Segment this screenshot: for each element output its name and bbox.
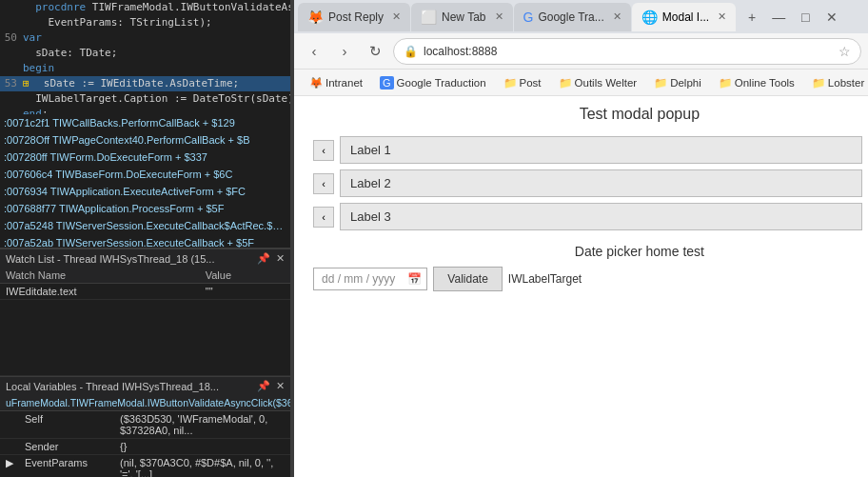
- nav-bar: ‹ › ↻ 🔒 ☆ 🧩 🛡 🔄 ≡: [294, 33, 868, 70]
- tab-bar: 🦊 Post Reply ✕ ⬜ New Tab ✕ G Google Tra.…: [294, 0, 868, 33]
- new-tab-button[interactable]: +: [740, 6, 763, 29]
- watch-panel-header: Watch List - Thread IWHSysThread_18 (15.…: [0, 248, 290, 268]
- restore-button[interactable]: □: [794, 6, 817, 29]
- local-row: Sender {}: [0, 439, 290, 455]
- scroll-left-2[interactable]: ‹: [313, 173, 334, 194]
- scroll-left-1[interactable]: ‹: [313, 140, 334, 161]
- call-stack-item[interactable]: :0071c2f1 TIWCallBacks.PerformCallBack +…: [0, 114, 290, 131]
- tab-actions: + — □ ✕: [740, 6, 843, 29]
- bookmark-delphi[interactable]: 📁 Delphi: [646, 74, 709, 91]
- bookmark-post[interactable]: 📁 Post: [496, 74, 549, 91]
- tab-label: New Tab: [442, 10, 485, 24]
- label-1: Label 1: [340, 136, 862, 164]
- watch-item-value: "": [200, 284, 290, 300]
- locals-panel-title: Local Variables - Thread IWHSysThread_18…: [6, 381, 219, 392]
- code-line-highlighted: 53 ⊞ sDate := IWEditDate.AsDateTime;: [0, 76, 290, 91]
- new-tab-icon: ⬜: [421, 10, 437, 25]
- watch-empty-row: [0, 300, 290, 376]
- watch-panel-title: Watch List - Thread IWHSysThread_18 (15.…: [6, 253, 214, 265]
- bookmark-label: Outils Welter: [575, 77, 638, 89]
- date-picker-placeholder: dd / mm / yyyy: [314, 268, 403, 289]
- locals-pin-icon[interactable]: 📌: [257, 380, 270, 392]
- refresh-button[interactable]: ↻: [363, 39, 387, 64]
- lock-icon: 🔒: [404, 45, 418, 58]
- bookmark-label: Delphi: [670, 77, 701, 89]
- call-stack-item[interactable]: :007280ff TIWForm.DoExecuteForm + $337: [0, 149, 290, 166]
- bookmark-icon: 📁: [812, 76, 825, 89]
- call-stack-item[interactable]: :0076934 TIWApplication.ExecuteActiveFor…: [0, 183, 290, 200]
- bookmark-label: Post: [520, 77, 542, 89]
- code-line: end;: [0, 107, 290, 114]
- locals-close-icon[interactable]: ✕: [276, 380, 285, 392]
- bookmark-online-tools[interactable]: 📁 Online Tools: [711, 74, 802, 91]
- tab-new-tab[interactable]: ⬜ New Tab ✕: [411, 3, 512, 31]
- code-editor: procdnre TIWFrameModal.IWButtonValidateA…: [0, 0, 290, 114]
- bookmarks-bar: 🦊 Intranet G Google Traduction 📁 Post 📁 …: [294, 70, 868, 96]
- date-picker-title: Date picker home test: [313, 244, 868, 259]
- tab-close-icon[interactable]: ✕: [495, 10, 503, 23]
- label-2: Label 2: [340, 169, 862, 197]
- date-picker-row: dd / mm / yyyy 📅 Validate IWLabelTarget: [313, 267, 868, 291]
- bookmark-intranet[interactable]: 🦊 Intranet: [302, 74, 370, 91]
- code-line: sDate: TDate;: [0, 46, 290, 61]
- locals-table: Self ($363D530, 'IWFrameModal', 0, $3732…: [0, 411, 290, 477]
- tab-label: Modal I...: [662, 10, 709, 24]
- tab-label: Google Tra...: [538, 10, 603, 24]
- code-line: EventParams: TStringList);: [0, 15, 290, 30]
- tab-post-reply[interactable]: 🦊 Post Reply ✕: [298, 3, 410, 31]
- browser-container: 🦊 Post Reply ✕ ⬜ New Tab ✕ G Google Tra.…: [294, 0, 868, 477]
- bookmark-label: Online Tools: [735, 77, 795, 89]
- call-stack-item[interactable]: :00728Off TIWPageContext40.PerformCallBa…: [0, 131, 290, 149]
- watch-row: IWEditdate.text "": [0, 284, 290, 300]
- left-panel: procdnre TIWFrameModal.IWButtonValidateA…: [0, 0, 290, 477]
- call-stack-item[interactable]: :007a52ab TIWServerSession.ExecuteCallba…: [0, 234, 290, 248]
- url-input[interactable]: [424, 45, 833, 58]
- bookmark-lobster[interactable]: 📁 Lobster: [804, 74, 868, 91]
- page-title: Test modal popup: [313, 106, 868, 123]
- locals-panel: Local Variables - Thread IWHSysThread_18…: [0, 376, 290, 477]
- watch-table: Watch Name Value IWEditdate.text "": [0, 268, 290, 376]
- bookmark-label: Google Traduction: [397, 77, 486, 89]
- close-window-button[interactable]: ✕: [820, 6, 843, 29]
- local-row: ▶ EventParams (nil, $370A3C0, #$D#$A, ni…: [0, 455, 290, 478]
- bookmark-icon: 📁: [654, 76, 667, 89]
- tab-close-icon[interactable]: ✕: [613, 10, 621, 23]
- google-icon: G: [523, 10, 534, 25]
- scroll-left-3[interactable]: ‹: [313, 207, 334, 228]
- content-row-2: ‹ Label 2 › Button 2: [313, 169, 868, 197]
- back-button[interactable]: ‹: [302, 39, 326, 64]
- forward-button[interactable]: ›: [332, 39, 357, 64]
- bookmark-label: Lobster: [828, 77, 864, 89]
- calendar-icon: 📅: [403, 268, 426, 289]
- bookmark-star-icon[interactable]: ☆: [838, 44, 851, 59]
- tab-modal[interactable]: 🌐 Modal I... ✕: [632, 3, 736, 31]
- bookmark-google-traduction[interactable]: G Google Traduction: [372, 74, 494, 91]
- call-stack-item[interactable]: :007606c4 TIWBaseForm.DoExecuteForm + $6…: [0, 166, 290, 183]
- label-3: Label 3: [340, 203, 862, 230]
- content-row-1: ‹ Label 1 › Button 1: [313, 136, 868, 164]
- local-value: (nil, $370A3C0, #$D#$A, nil, 0, '', '=',…: [114, 455, 290, 478]
- locals-panel-header: Local Variables - Thread IWHSysThread_18…: [0, 376, 290, 395]
- watch-pin-icon[interactable]: 📌: [257, 252, 270, 265]
- date-picker-validate-button[interactable]: Validate: [433, 267, 502, 291]
- call-stack-panel: :0071c2f1 TIWCallBacks.PerformCallBack +…: [0, 114, 290, 248]
- code-line: procdnre TIWFrameModal.IWButtonValidateA…: [0, 0, 290, 15]
- bookmark-outils-welter[interactable]: 📁 Outils Welter: [551, 74, 645, 91]
- minimize-button[interactable]: —: [767, 6, 790, 29]
- code-line: IWLabelTarget.Caption := DateToStr(sDate…: [0, 91, 290, 107]
- tab-google-translate[interactable]: G Google Tra... ✕: [514, 3, 631, 31]
- code-line: 50 var: [0, 30, 290, 46]
- tab-close-icon[interactable]: ✕: [718, 10, 726, 23]
- tab-close-icon[interactable]: ✕: [392, 10, 401, 23]
- modal-icon: 🌐: [641, 10, 658, 25]
- watch-close-icon[interactable]: ✕: [276, 252, 285, 265]
- local-value: ($363D530, 'IWFrameModal', 0, $37328A0, …: [114, 411, 290, 439]
- call-stack-item[interactable]: :007a5248 TIWServerSession.ExecuteCallba…: [0, 217, 290, 234]
- watch-item-name: IWEditdate.text: [0, 284, 200, 300]
- address-bar: 🔒 ☆: [393, 38, 861, 65]
- call-stack-item[interactable]: :007688f77 TIWApplication.ProcessForm + …: [0, 200, 290, 217]
- bookmark-icon: 🦊: [309, 76, 323, 89]
- date-picker-input[interactable]: dd / mm / yyyy 📅: [313, 268, 427, 290]
- date-picker-label-target: IWLabelTarget: [508, 268, 582, 289]
- local-name: Sender: [19, 439, 114, 455]
